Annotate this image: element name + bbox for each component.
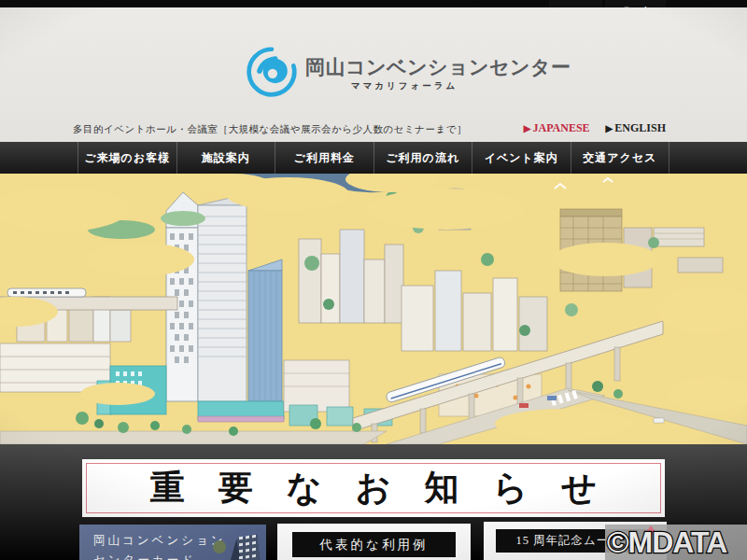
nav-item-facilities[interactable]: 施設案内 xyxy=(177,142,276,174)
usage-examples-card[interactable]: 代表的な利用例 xyxy=(277,524,471,560)
triangle-icon: ▶ xyxy=(606,123,613,133)
card-line2: センターカード xyxy=(93,553,196,560)
lang-japanese-link[interactable]: ▶JAPANESE xyxy=(524,121,590,134)
site-subtitle: ママカリフォーラム xyxy=(305,80,503,92)
site-header: 岡山コンベンションセンター ママカリフォーラム 多目的イベントホール・会議室［大… xyxy=(0,7,747,142)
main-nav-items: ご来場のお客様 施設案内 ご利用料金 ご利用の流れ イベント案内 交通アクセス xyxy=(78,142,669,174)
nav-item-access[interactable]: 交通アクセス xyxy=(571,142,670,174)
usage-examples-label: 代表的な利用例 xyxy=(292,532,456,557)
lang-english-link[interactable]: ▶ENGLISH xyxy=(606,121,666,134)
important-notice-text: 重要なお知らせ xyxy=(117,465,630,511)
important-notice-border: 重要なお知らせ xyxy=(86,463,661,513)
watermark: ©MDATA xyxy=(605,525,747,560)
convention-center-card-link[interactable]: 岡山コンベンション センターカード xyxy=(79,525,266,560)
nav-item-events[interactable]: イベント案内 xyxy=(472,142,571,174)
hero-image: 政令指定都市、岡山からはじまる、 明日へのストーリー xyxy=(0,174,747,444)
triangle-icon: ▶ xyxy=(524,123,531,133)
page: ホーム お問い合わせ 岡山コンベンションセンター ママカリフォーラム 多目的イベ… xyxy=(0,0,747,560)
card-line1: 岡山コンベンション xyxy=(93,533,226,549)
language-switch: ▶JAPANESE ▶ENGLISH xyxy=(511,121,666,135)
site-tagline: 多目的イベントホール・会議室［大規模な会議や展示会から少人数のセミナーまで］ xyxy=(73,123,467,136)
site-logo[interactable]: 岡山コンベンションセンター ママカリフォーラム xyxy=(246,43,526,99)
site-title: 岡山コンベンションセンター xyxy=(305,54,520,80)
nav-item-visitors[interactable]: ご来場のお客様 xyxy=(78,142,177,174)
important-notice-banner[interactable]: 重要なお知らせ xyxy=(82,459,665,517)
watermark-text: ©MDATA xyxy=(607,525,726,560)
nav-item-fees[interactable]: ご利用料金 xyxy=(275,142,374,174)
city-illustration xyxy=(0,174,747,444)
lang-english-label: ENGLISH xyxy=(614,121,666,134)
nav-item-usage-flow[interactable]: ご利用の流れ xyxy=(374,142,473,174)
main-nav: ご来場のお客様 施設案内 ご利用料金 ご利用の流れ イベント案内 交通アクセス xyxy=(0,142,747,174)
lang-japanese-label: JAPANESE xyxy=(532,121,589,134)
